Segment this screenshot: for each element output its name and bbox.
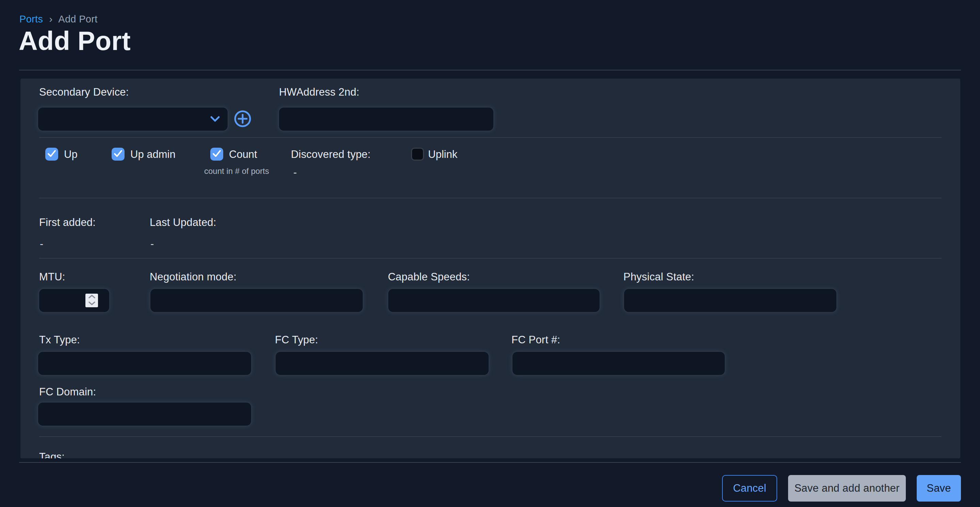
header-divider [19,70,961,70]
discovered-type-label: Discovered type: [291,148,371,161]
uplink-checkbox-label: Uplink [428,148,457,161]
up-checkbox-label: Up [64,148,78,161]
physical-state-input[interactable] [624,288,837,313]
capable-speeds-label: Capable Speeds: [388,271,470,283]
capable-speeds-input[interactable] [388,288,600,313]
fc-type-label: FC Type: [275,334,318,346]
first-added-value: - [40,238,43,250]
breadcrumb-current: Add Port [58,14,97,24]
hwaddress-2nd-label: HWAddress 2nd: [279,86,360,99]
divider [39,137,942,138]
divider [39,436,942,437]
page-title: Add Port [19,26,130,56]
count-checkbox[interactable] [210,148,223,161]
up-checkbox[interactable] [45,148,58,161]
last-updated-label: Last Updated: [150,216,216,229]
fc-domain-input[interactable] [37,402,252,426]
check-icon [47,150,56,159]
first-added-label: First added: [39,216,95,229]
plus-circle-icon [234,110,251,129]
tags-label: Tags: [39,451,65,458]
discovered-type-value: - [293,166,297,179]
breadcrumb-separator: › [49,14,53,24]
add-secondary-device-button[interactable] [234,110,251,128]
negotiation-mode-label: Negotiation mode: [150,271,237,283]
count-checkbox-label: Count [229,148,257,161]
secondary-device-select[interactable] [37,107,228,131]
count-helper-text: count in # of ports [204,166,269,176]
chevron-up-icon [88,294,95,300]
save-and-add-another-button[interactable]: Save and add another [788,475,906,502]
up-admin-checkbox[interactable] [111,148,124,161]
tx-type-label: Tx Type: [39,334,80,346]
check-icon [114,150,123,159]
uplink-checkbox[interactable] [411,148,424,161]
footer-divider [19,462,961,463]
cancel-button[interactable]: Cancel [722,475,777,502]
fc-domain-label: FC Domain: [39,386,96,398]
secondary-device-label: Secondary Device: [39,86,129,99]
tx-type-input[interactable] [37,351,252,376]
add-port-page: Ports › Add Port Add Port Secondary Devi… [0,0,980,507]
mtu-stepper[interactable] [86,294,98,307]
chevron-down-icon [210,113,220,125]
chevron-down-icon [88,301,95,307]
up-admin-checkbox-label: Up admin [130,148,176,161]
divider [39,258,942,259]
mtu-label: MTU: [39,271,65,283]
fc-port-label: FC Port #: [511,334,560,346]
save-button[interactable]: Save [917,475,961,502]
check-icon [212,150,221,159]
breadcrumb: Ports › Add Port [19,14,98,25]
divider [39,198,942,199]
last-updated-value: - [150,238,154,250]
hwaddress-2nd-input[interactable] [278,107,494,131]
breadcrumb-link-ports[interactable]: Ports [19,14,43,24]
negotiation-mode-input[interactable] [150,288,363,313]
add-port-form-panel: Secondary Device: HWAddress 2nd: [21,79,960,458]
fc-type-input[interactable] [275,351,489,376]
mtu-input[interactable] [38,288,110,313]
physical-state-label: Physical State: [624,271,694,283]
fc-port-input[interactable] [512,351,725,376]
